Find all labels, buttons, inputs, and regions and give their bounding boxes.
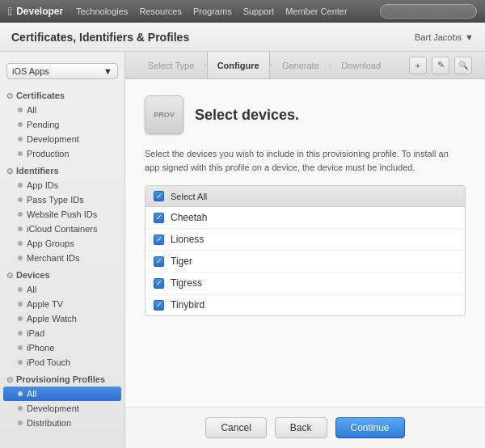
section-certificates-label: Certificates <box>16 91 65 100</box>
dot-icon <box>18 183 23 188</box>
dot-icon <box>18 421 23 425</box>
step-select-type: Select Type <box>138 61 204 70</box>
device-row-lioness[interactable]: ✓ Lioness <box>146 229 465 251</box>
dot-icon <box>18 345 23 350</box>
nav-programs[interactable]: Programs <box>193 6 232 16</box>
sub-header: Certificates, Identifiers & Profiles Bar… <box>0 23 485 52</box>
device-row-tiger[interactable]: ✓ Tiger <box>146 251 465 273</box>
sidebar-item-iphone[interactable]: iPhone <box>0 340 124 355</box>
device-checkbox-tinybird[interactable]: ✓ <box>154 300 164 311</box>
dot-icon <box>18 212 23 217</box>
main-layout: iOS Apps ▼ ⊙ Certificates All Pending De… <box>0 52 485 448</box>
select-all-row[interactable]: ✓ Select All <box>146 186 465 207</box>
dot-icon <box>18 287 23 292</box>
username-label: Bart Jacobs <box>415 32 462 42</box>
sidebar-item-profiles-development[interactable]: Development <box>0 401 124 416</box>
dot-icon <box>18 137 23 142</box>
content-area: Select Type › Configure › Generate › Dow… <box>125 52 485 448</box>
dropdown-arrow-icon: ▼ <box>103 66 112 76</box>
nav-member-center[interactable]: Member Center <box>285 6 347 16</box>
content-body: PROV Select devices. Select the devices … <box>125 79 485 407</box>
dot-icon <box>18 226 23 231</box>
sidebar-item-ipod-touch[interactable]: iPod Touch <box>0 355 124 370</box>
device-row-cheetah[interactable]: ✓ Cheetah <box>146 207 465 229</box>
identifiers-icon: ⊙ <box>6 167 13 175</box>
sidebar-item-merchant-ids[interactable]: Merchant IDs <box>0 251 124 265</box>
dropdown-label: iOS Apps <box>12 66 49 76</box>
device-name-tigress: Tigress <box>171 277 202 289</box>
page-description: Select the devices you wish to include i… <box>145 147 466 174</box>
ios-apps-dropdown[interactable]: iOS Apps ▼ <box>6 63 118 79</box>
prov-icon-label: PROV <box>154 111 175 119</box>
provisioning-icon: ⊙ <box>6 375 13 384</box>
top-nav:  Developer Technologies Resources Progr… <box>0 0 485 23</box>
steps-bar: Select Type › Configure › Generate › Dow… <box>125 52 485 79</box>
page-title: Certificates, Identifiers & Profiles <box>11 31 189 44</box>
dot-icon <box>18 122 23 127</box>
nav-resources[interactable]: Resources <box>139 6 182 16</box>
sidebar-item-cert-production[interactable]: Production <box>0 146 124 161</box>
device-checkbox-cheetah[interactable]: ✓ <box>154 213 164 223</box>
devices-icon: ⊙ <box>6 271 13 280</box>
dot-icon <box>18 197 23 202</box>
sidebar-item-ipad[interactable]: iPad <box>0 326 124 340</box>
sidebar-item-app-ids[interactable]: App IDs <box>0 178 124 192</box>
dot-icon <box>18 302 23 306</box>
sidebar-item-pass-type-ids[interactable]: Pass Type IDs <box>0 192 124 207</box>
brand:  Developer <box>8 5 63 18</box>
dot-icon <box>18 151 23 156</box>
search-input[interactable] <box>380 4 477 19</box>
device-row-tinybird[interactable]: ✓ Tinybird <box>146 294 465 315</box>
dot-icon <box>18 108 23 112</box>
device-checkbox-tiger[interactable]: ✓ <box>154 256 164 267</box>
dot-icon <box>18 316 23 321</box>
brand-label: Developer <box>16 6 63 17</box>
device-row-tigress[interactable]: ✓ Tigress <box>146 273 465 294</box>
section-provisioning-label: Provisioning Profiles <box>16 374 105 384</box>
device-checkbox-lioness[interactable]: ✓ <box>154 235 164 245</box>
step-download: Download <box>331 61 390 70</box>
device-checkbox-tigress[interactable]: ✓ <box>154 278 164 289</box>
section-devices-label: Devices <box>16 270 50 280</box>
sidebar-item-website-push-ids[interactable]: Website Push IDs <box>0 207 124 222</box>
footer: Cancel Back Continue <box>125 407 485 448</box>
sidebar-item-apple-watch[interactable]: Apple Watch <box>0 311 124 326</box>
sidebar-item-devices-all[interactable]: All <box>0 282 124 297</box>
cancel-button[interactable]: Cancel <box>205 417 266 438</box>
user-menu[interactable]: Bart Jacobs ▼ <box>415 32 474 42</box>
search-button[interactable]: 🔍 <box>454 57 472 74</box>
dot-icon <box>18 256 23 260</box>
add-button[interactable]: + <box>409 57 427 74</box>
select-all-checkbox[interactable]: ✓ <box>154 191 164 201</box>
dot-icon <box>18 331 23 336</box>
sidebar-item-profiles-distribution[interactable]: Distribution <box>0 416 124 430</box>
device-name-tiger: Tiger <box>171 256 192 267</box>
sidebar-item-app-groups[interactable]: App Groups <box>0 236 124 251</box>
sidebar-item-profiles-all[interactable]: All <box>3 387 121 401</box>
nav-support[interactable]: Support <box>243 6 275 16</box>
sidebar-item-cert-pending[interactable]: Pending <box>0 117 124 132</box>
sidebar-item-icloud-containers[interactable]: iCloud Containers <box>0 222 124 236</box>
device-name-cheetah: Cheetah <box>171 212 207 223</box>
nav-technologies[interactable]: Technologies <box>76 6 128 16</box>
step-generate: Generate <box>272 61 329 70</box>
back-button[interactable]: Back <box>275 417 327 438</box>
dot-icon <box>18 406 23 411</box>
device-name-lioness: Lioness <box>171 234 204 245</box>
select-all-label: Select All <box>171 192 207 201</box>
page-heading: Select devices. <box>195 107 299 124</box>
dot-icon <box>18 241 23 246</box>
edit-button[interactable]: ✎ <box>432 57 449 74</box>
certificates-icon: ⊙ <box>6 91 13 100</box>
continue-button[interactable]: Continue <box>335 417 405 438</box>
section-identifiers: ⊙ Identifiers <box>0 161 124 178</box>
header-icons: + ✎ 🔍 <box>409 57 472 74</box>
section-provisioning-profiles: ⊙ Provisioning Profiles <box>0 370 124 387</box>
provisioning-profile-icon: PROV <box>145 95 183 134</box>
sidebar-item-cert-development[interactable]: Development <box>0 132 124 146</box>
sidebar-item-apple-tv[interactable]: Apple TV <box>0 297 124 311</box>
section-identifiers-label: Identifiers <box>16 166 59 175</box>
section-certificates: ⊙ Certificates <box>0 86 124 103</box>
step-configure: Configure <box>207 52 270 78</box>
sidebar-item-cert-all[interactable]: All <box>0 103 124 117</box>
